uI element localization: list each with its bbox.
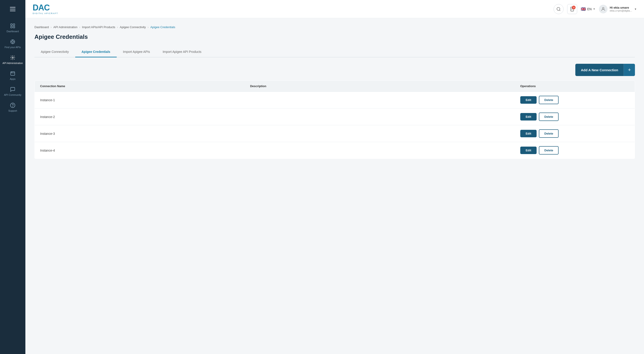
top-header: DAC DIGITAL APICRAFT 0 🇬🇧 EN ▼ [26,0,644,18]
user-name: Hi ekta umare [610,6,632,9]
breadcrumb-sep-4: › [148,26,148,29]
breadcrumb-sep-3: › [117,26,118,29]
operations-cell: Edit Delete [515,92,635,108]
tab-import-apigee-apis[interactable]: Import Apigee APIs [117,47,156,57]
edit-button-1[interactable]: Edit [520,96,537,104]
flag-icon: 🇬🇧 [581,7,586,12]
logo-area: DAC DIGITAL APICRAFT [33,4,58,15]
sidebar-item-apps-label: Apps [10,78,16,80]
sidebar-item-apps[interactable]: Apps [0,68,26,83]
search-button[interactable] [554,4,564,14]
svg-point-17 [10,103,15,108]
table-header-row: Connection Name Description Operations [35,81,635,92]
main-wrapper: DAC DIGITAL APICRAFT 0 🇬🇧 EN ▼ [26,0,644,354]
language-chevron-icon: ▼ [593,8,595,10]
svg-point-19 [557,7,560,10]
sidebar-item-find-apis[interactable]: Find your APIs [0,36,26,51]
column-header-description: Description [245,81,515,92]
operations-cell: Edit Delete [515,108,635,125]
logo-block: DAC DIGITAL APICRAFT [33,4,58,15]
delete-button-4[interactable]: Delete [539,146,558,154]
search-icon [556,7,561,11]
language-text: EN [587,7,592,11]
logo-sub: DIGITAL APICRAFT [33,12,58,15]
table-row: Instance-4 Edit Delete [35,142,635,159]
description-cell [245,125,515,142]
sidebar-item-api-community-label: API Community [4,93,21,96]
page-content: Dashboard › API Administration › Import … [26,18,644,354]
breadcrumb-api-admin[interactable]: API Administration [54,26,78,29]
table-row: Instance-1 Edit Delete [35,92,635,108]
user-info[interactable]: Hi ekta umare ekta.u+pm@digita... ▼ [599,5,637,13]
connections-table: Connection Name Description Operations I… [34,81,635,159]
breadcrumb-sep-1: › [51,26,52,29]
sidebar-item-api-community[interactable]: API Community [0,84,26,99]
sidebar: Dashboard Find your APIs API Administrat… [0,0,26,354]
svg-point-13 [12,57,13,58]
delete-button-2[interactable]: Delete [539,113,558,121]
breadcrumb-apigee-connectivity[interactable]: Apigee Connectivity [120,26,146,29]
language-selector[interactable]: 🇬🇧 EN ▼ [581,7,595,12]
svg-point-25 [602,7,604,9]
sidebar-item-support-label: Support [8,109,17,112]
connection-name-cell: Instance-1 [35,92,245,108]
description-cell [245,92,515,108]
operations-buttons: Edit Delete [520,113,629,121]
connection-name-cell: Instance-2 [35,108,245,125]
user-email: ekta.u+pm@digita... [610,9,632,12]
notification-badge: 0 [572,6,576,9]
svg-rect-5 [11,26,12,28]
column-header-name: Connection Name [35,81,245,92]
tabs-bar: Apigee Connectivity Apigee Credentials I… [34,47,635,57]
sidebar-item-api-admin-label: API Administration [2,62,23,64]
user-avatar [599,5,608,13]
add-connection-button-label: Add A New Connection [575,65,624,75]
edit-button-4[interactable]: Edit [520,147,537,154]
add-new-connection-button[interactable]: Add A New Connection + [575,64,635,76]
operations-buttons: Edit Delete [520,146,629,154]
delete-button-3[interactable]: Delete [539,129,558,138]
page-title: Apigee Credentials [34,33,635,40]
operations-buttons: Edit Delete [520,129,629,138]
add-connection-row: Add A New Connection + [34,64,635,76]
breadcrumb-apigee-credentials: Apigee Credentials [150,26,175,29]
notification-button[interactable]: 0 [567,4,577,14]
edit-button-2[interactable]: Edit [520,113,537,120]
menu-toggle-button[interactable] [0,0,26,18]
edit-button-3[interactable]: Edit [520,130,537,137]
operations-cell: Edit Delete [515,125,635,142]
table-row: Instance-3 Edit Delete [35,125,635,142]
svg-rect-4 [13,24,15,26]
logo-text: DAC [33,4,58,12]
sidebar-item-dashboard-label: Dashboard [6,30,19,33]
sidebar-item-support[interactable]: Support [0,100,26,115]
tab-apigee-credentials[interactable]: Apigee Credentials [75,47,117,57]
svg-rect-14 [11,72,15,75]
sidebar-nav: Dashboard Find your APIs API Administrat… [0,18,26,115]
svg-line-20 [560,10,560,11]
description-cell [245,108,515,125]
sidebar-item-dashboard[interactable]: Dashboard [0,21,26,35]
column-header-operations: Operations [515,81,635,92]
breadcrumb: Dashboard › API Administration › Import … [34,26,635,29]
user-icon [601,7,606,12]
operations-cell: Edit Delete [515,142,635,159]
user-details: Hi ekta umare ekta.u+pm@digita... [610,6,632,12]
user-chevron-icon: ▼ [634,8,637,11]
breadcrumb-dashboard[interactable]: Dashboard [34,26,49,29]
add-connection-plus-icon: + [624,64,635,76]
delete-button-1[interactable]: Delete [539,96,558,104]
tab-import-apigee-products[interactable]: Import Apigee API Products [156,47,208,57]
sidebar-item-find-apis-label: Find your APIs [4,46,21,49]
breadcrumb-sep-2: › [79,26,80,29]
table-row: Instance-2 Edit Delete [35,108,635,125]
sidebar-item-api-admin[interactable]: API Administration [0,52,26,67]
connection-name-cell: Instance-3 [35,125,245,142]
description-cell [245,142,515,159]
svg-point-8 [12,41,14,43]
tab-apigee-connectivity[interactable]: Apigee Connectivity [34,47,75,57]
header-right: 0 🇬🇧 EN ▼ Hi ekta umare ekta.u+pm@digita… [554,4,637,14]
svg-rect-6 [13,26,15,28]
breadcrumb-import-apis[interactable]: Import APIs/API Products [82,26,115,29]
svg-rect-3 [11,24,12,26]
